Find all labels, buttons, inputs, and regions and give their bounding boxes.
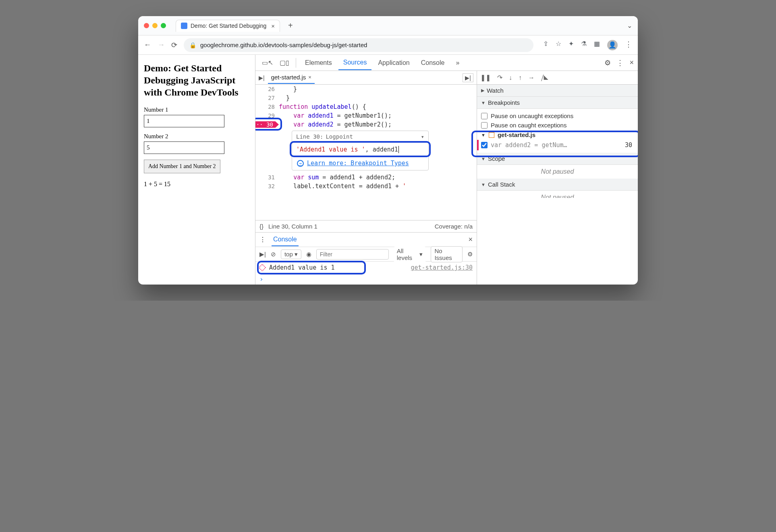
browser-tab[interactable]: Demo: Get Started Debugging × xyxy=(176,20,280,32)
tab-console[interactable]: Console xyxy=(416,56,450,70)
status-line: {} Line 30, Column 1 Coverage: n/a xyxy=(255,220,477,232)
inspect-icon[interactable]: ▭↖ xyxy=(259,57,276,68)
console-drawer: ⋮ Console × ▶| ⊘ top ▾ ◉ All levels ▾ No… xyxy=(255,232,477,285)
pause-caught-checkbox[interactable]: Pause on caught exceptions xyxy=(481,121,634,130)
device-toggle-icon[interactable]: ▢▯ xyxy=(277,57,292,68)
file-tab-row: ▶| get-started.js × ▶| xyxy=(255,71,477,85)
code-line-29: var addend1 = getNumber1(); xyxy=(279,112,392,119)
watch-section[interactable]: ▶Watch xyxy=(477,85,638,97)
minimize-window-icon[interactable] xyxy=(152,23,158,28)
popover-learn-more-link[interactable]: → Learn more: Breakpoint Types xyxy=(292,156,428,170)
reload-button[interactable]: ⟳ xyxy=(171,41,177,50)
coverage-status: Coverage: n/a xyxy=(435,223,473,230)
tab-sources[interactable]: Sources xyxy=(338,56,372,70)
cursor-position: Line 30, Column 1 xyxy=(268,223,317,230)
kebab-menu-icon[interactable]: ⋮ xyxy=(616,58,624,67)
extensions-icon[interactable]: ✦ xyxy=(569,40,574,50)
popover-type[interactable]: Logpoint xyxy=(326,133,353,140)
console-log-source[interactable]: get-started.js:30 xyxy=(411,264,473,271)
code-line-26: } xyxy=(279,85,297,93)
tab-elements[interactable]: Elements xyxy=(300,56,337,70)
debug-toolbar: ❚❚ ↷ ↓ ↑ → ⧸◣ xyxy=(477,71,638,85)
nav-files-icon[interactable]: ▶| xyxy=(259,75,265,81)
file-tab-name: get-started.js xyxy=(271,74,306,81)
file-tab[interactable]: get-started.js × xyxy=(268,71,315,84)
close-devtools-icon[interactable]: × xyxy=(629,58,634,67)
close-window-icon[interactable] xyxy=(144,23,149,28)
titlebar: Demo: Get Started Debugging × + ⌄ xyxy=(138,16,638,35)
tab-application[interactable]: Application xyxy=(373,56,414,70)
star-icon[interactable]: ☆ xyxy=(556,40,561,50)
new-tab-button[interactable]: + xyxy=(288,21,293,30)
scope-not-paused: Not paused xyxy=(477,165,638,179)
window-controls xyxy=(144,23,166,28)
step-into-icon[interactable]: ↓ xyxy=(509,74,512,81)
close-file-icon[interactable]: × xyxy=(308,74,311,80)
page-heading: Demo: Get Started Debugging JavaScript w… xyxy=(144,62,249,98)
code-body[interactable]: 26 } 27 } 28function updateLabel() { 29 … xyxy=(255,85,477,220)
result-text: 1 + 5 = 15 xyxy=(144,181,249,188)
breakpoint-file[interactable]: ▼ get-started.js xyxy=(481,130,634,140)
debugger-pane: ❚❚ ↷ ↓ ↑ → ⧸◣ ▶Watch ▼Breakpoints Pause … xyxy=(477,71,638,285)
more-files-icon[interactable]: ▶| xyxy=(463,73,473,82)
console-menu-icon[interactable]: ⋮ xyxy=(259,236,266,243)
callstack-not-paused: Not paused xyxy=(477,191,638,198)
more-menu-icon[interactable]: ⋮ xyxy=(625,40,632,50)
breakpoint-entry[interactable]: var addend2 = getNum… 30 xyxy=(477,140,634,150)
step-icon[interactable]: → xyxy=(528,74,535,81)
breakpoints-section[interactable]: ▼Breakpoints xyxy=(477,97,638,109)
callstack-section[interactable]: ▼Call Stack xyxy=(477,179,638,191)
step-out-icon[interactable]: ↑ xyxy=(519,74,522,81)
logpoint-gutter[interactable]: ·· 30 xyxy=(255,121,279,128)
favicon-icon xyxy=(181,23,187,29)
console-settings-icon[interactable]: ⚙ xyxy=(467,251,473,258)
console-log-row: Addend1 value is 1 get-started.js:30 xyxy=(255,262,477,274)
pause-icon[interactable]: ❚❚ xyxy=(480,74,491,81)
popover-dropdown-icon[interactable]: ▾ xyxy=(421,133,424,140)
maximize-window-icon[interactable] xyxy=(161,23,166,28)
live-expression-icon[interactable]: ◉ xyxy=(306,251,311,258)
console-clear-icon[interactable]: ⊘ xyxy=(271,251,276,258)
input-number1[interactable] xyxy=(144,115,224,127)
code-pane: ▶| get-started.js × ▶| 26 } 27 } 28funct… xyxy=(255,71,477,285)
address-bar[interactable]: 🔒 googlechrome.github.io/devtools-sample… xyxy=(184,38,533,52)
console-close-icon[interactable]: × xyxy=(468,235,473,244)
console-filter-input[interactable] xyxy=(316,249,389,260)
devtools-tabs: ▭↖ ▢▯ Elements Sources Application Conso… xyxy=(255,55,638,71)
code-line-31: var sum = addend1 + addend2; xyxy=(279,174,395,181)
scope-section[interactable]: ▼Scope xyxy=(477,153,638,165)
flask-icon[interactable]: ⚗ xyxy=(581,40,587,50)
console-levels-dropdown[interactable]: All levels ▾ xyxy=(394,247,426,262)
console-prompt[interactable]: › xyxy=(255,274,477,285)
add-button[interactable]: Add Number 1 and Number 2 xyxy=(144,160,220,173)
back-button[interactable]: ← xyxy=(144,41,151,50)
forward-button[interactable]: → xyxy=(158,41,165,50)
settings-icon[interactable]: ⚙ xyxy=(604,58,611,67)
urlbar: ← → ⟳ 🔒 googlechrome.github.io/devtools-… xyxy=(138,35,638,55)
console-play-icon[interactable]: ▶| xyxy=(259,251,266,258)
popover-line-label: Line 30: xyxy=(296,133,323,140)
close-tab-icon[interactable]: × xyxy=(271,23,275,29)
pause-uncaught-checkbox[interactable]: Pause on uncaught exceptions xyxy=(481,111,634,121)
braces-icon[interactable]: {} xyxy=(259,223,264,230)
console-context-dropdown[interactable]: top ▾ xyxy=(281,249,301,259)
deactivate-breakpoints-icon[interactable]: ⧸◣ xyxy=(541,74,548,81)
file-icon xyxy=(489,132,494,138)
code-line-32: label.textContent = addend1 + ' xyxy=(279,183,410,190)
share-icon[interactable]: ⇪ xyxy=(543,40,548,50)
grid-icon[interactable]: ▦ xyxy=(594,40,600,50)
code-line-30: var addend2 = getNumber2(); xyxy=(279,121,392,128)
tab-more[interactable]: » xyxy=(451,56,464,70)
step-over-icon[interactable]: ↷ xyxy=(497,74,502,81)
console-title[interactable]: Console xyxy=(272,233,299,246)
input-number2[interactable] xyxy=(144,141,224,154)
label-number2: Number 2 xyxy=(144,133,249,140)
url-actions: ⇪ ☆ ✦ ⚗ ▦ 👤 ⋮ xyxy=(543,40,632,50)
chevron-down-icon[interactable]: ⌄ xyxy=(627,22,632,29)
popover-expression[interactable]: 'Addend1 value is ', addend1 xyxy=(292,143,428,156)
arrow-circle-icon: → xyxy=(297,160,304,167)
console-issues-button[interactable]: No Issues xyxy=(431,246,463,262)
lock-icon: 🔒 xyxy=(189,42,196,48)
browser-window: Demo: Get Started Debugging × + ⌄ ← → ⟳ … xyxy=(138,16,638,285)
profile-avatar[interactable]: 👤 xyxy=(607,40,618,50)
